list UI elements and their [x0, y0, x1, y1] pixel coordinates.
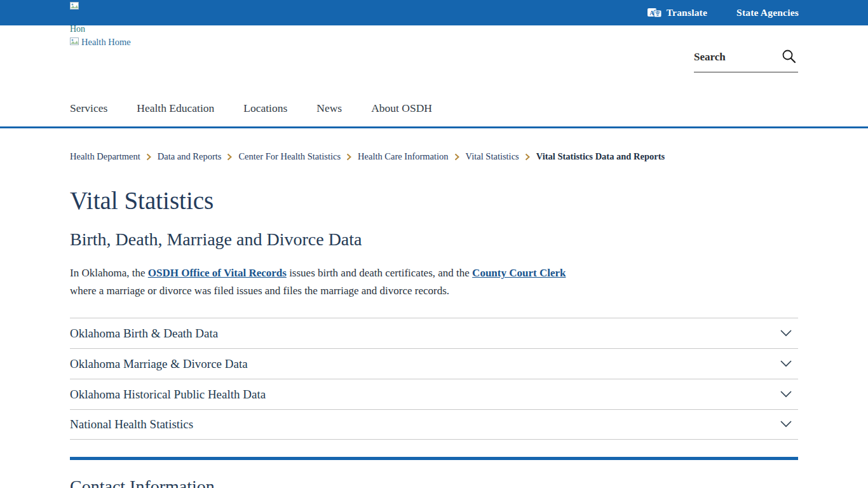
intro-text: issues birth and death certificates, and…: [287, 267, 472, 279]
intro-text: In Oklahoma, the: [70, 267, 148, 279]
accordion-label: Oklahoma Birth & Death Data: [70, 327, 218, 341]
logo-alt-text: Health Home: [81, 37, 131, 48]
accordion-historical-public-health-data[interactable]: Oklahoma Historical Public Health Data: [70, 379, 798, 409]
accordion-national-health-statistics[interactable]: National Health Statistics: [70, 409, 798, 440]
topbar-links: A Translate State Agencies: [647, 0, 799, 25]
top-utility-bar: A Translate State Agencies: [0, 0, 868, 25]
breadcrumb-item-health-care-information[interactable]: Health Care Information: [358, 151, 449, 162]
search-button[interactable]: [780, 48, 798, 66]
chevron-down-icon: [780, 328, 792, 339]
accordion-label: National Health Statistics: [70, 417, 193, 431]
section-divider: [70, 457, 798, 460]
nav-item-health-education[interactable]: Health Education: [137, 102, 214, 115]
breadcrumb-item-data-and-reports[interactable]: Data and Reports: [158, 151, 222, 162]
page-title: Vital Statistics: [70, 186, 214, 215]
header-divider: [0, 126, 868, 128]
chevron-right-icon: [454, 153, 460, 161]
nav-item-services[interactable]: Services: [70, 102, 107, 115]
site-logo-home[interactable]: Hon: [70, 1, 85, 34]
accordion-birth-death-data[interactable]: Oklahoma Birth & Death Data: [70, 318, 798, 348]
chevron-right-icon: [525, 153, 531, 161]
nav-item-news[interactable]: News: [316, 102, 342, 115]
breadcrumb-item-health-department[interactable]: Health Department: [70, 151, 140, 162]
logo-alt-text: Hon: [70, 24, 85, 34]
translate-icon: A: [647, 8, 662, 18]
county-court-clerk-link[interactable]: County Court Clerk: [472, 267, 566, 279]
accordion-list: Oklahoma Birth & Death Data Oklahoma Mar…: [70, 318, 798, 440]
chevron-down-icon: [780, 358, 792, 370]
search-input[interactable]: [694, 51, 780, 64]
chevron-right-icon: [146, 153, 152, 161]
intro-text: where a marriage or divorce was filed is…: [70, 285, 449, 297]
breadcrumb-item-center-for-health-statistics[interactable]: Center For Health Statistics: [238, 151, 341, 162]
search-icon: [781, 48, 797, 66]
accordion-label: Oklahoma Historical Public Health Data: [70, 388, 266, 402]
broken-image-icon: [70, 1, 85, 12]
breadcrumb: Health Department Data and Reports Cente…: [70, 151, 665, 162]
site-logo-health-home[interactable]: Health Home: [70, 36, 131, 48]
accordion-marriage-divorce-data[interactable]: Oklahoma Marriage & Divorce Data: [70, 348, 798, 379]
main-nav: Services Health Education Locations News…: [70, 102, 432, 115]
translate-label: Translate: [667, 7, 707, 18]
page-subtitle: Birth, Death, Marriage and Divorce Data: [70, 229, 362, 250]
search-bar: [694, 48, 798, 72]
breadcrumb-item-vital-statistics[interactable]: Vital Statistics: [466, 151, 519, 162]
broken-image-icon: [70, 36, 79, 48]
nav-item-about-osdh[interactable]: About OSDH: [371, 102, 432, 115]
nav-item-locations[interactable]: Locations: [243, 102, 287, 115]
vital-records-link[interactable]: OSDH Office of Vital Records: [148, 267, 287, 279]
chevron-right-icon: [346, 153, 352, 161]
chevron-right-icon: [227, 153, 233, 161]
chevron-down-icon: [780, 389, 792, 400]
accordion-label: Oklahoma Marriage & Divorce Data: [70, 357, 248, 371]
state-agencies-link[interactable]: State Agencies: [736, 7, 799, 18]
contact-heading: Contact Information: [70, 478, 215, 488]
intro-paragraph: In Oklahoma, the OSDH Office of Vital Re…: [70, 264, 590, 299]
translate-button[interactable]: A Translate: [647, 7, 707, 18]
chevron-down-icon: [780, 419, 792, 430]
breadcrumb-current: Vital Statistics Data and Reports: [536, 151, 665, 162]
